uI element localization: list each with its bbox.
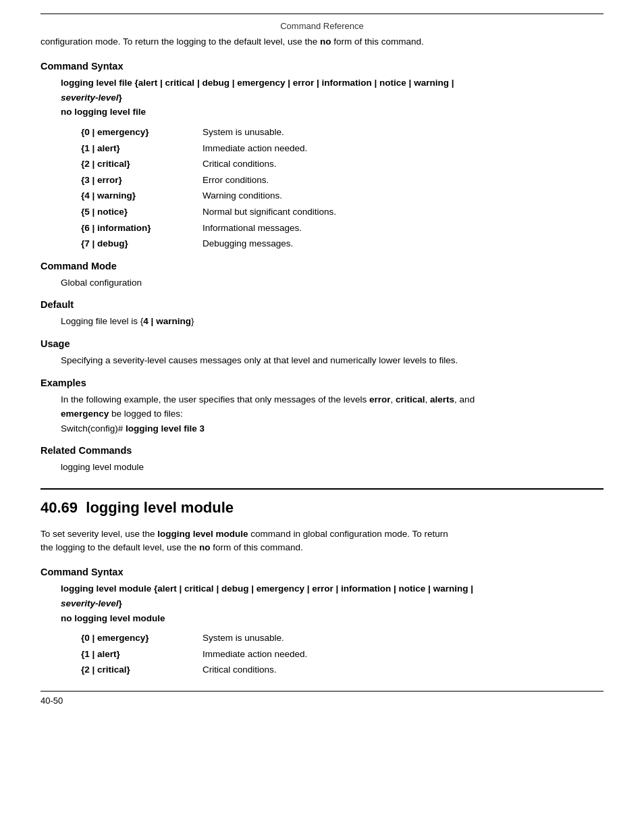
section-divider [41,488,603,490]
footer-rule [41,691,603,692]
examples-content-1: In the following example, the user speci… [61,392,603,436]
command-mode-section-1: Command Mode Global configuration [41,261,603,290]
related-commands-section-1: Related Commands logging level module [41,445,603,475]
chapter-heading-40-69: 40.69 logging level module [41,499,603,517]
usage-title-1: Usage [41,338,603,349]
page-header: Command Reference [41,21,603,31]
examples-section-1: Examples In the following example, the u… [41,377,603,436]
intro-text-after: form of this command. [331,36,424,47]
section-40-69-intro: To set severity level, use the logging l… [41,527,603,555]
default-title-1: Default [41,299,603,310]
intro-text-before: configuration mode. To return the loggin… [41,36,320,47]
command-syntax-section-2: Command Syntax logging level module {ale… [41,567,603,677]
param-row: {3 | error} Error conditions. [81,173,603,188]
param-row: {1 | alert} Immediate action needed. [81,141,603,156]
param-table-1: {0 | emergency} System is unusable. {1 |… [81,125,603,251]
examples-line-1: In the following example, the user speci… [61,392,603,407]
intro-paragraph: configuration mode. To return the loggin… [41,35,603,49]
examples-line-2: emergency be logged to files: [61,407,603,421]
code-line-no-2: no logging level module [61,611,603,626]
default-content-1: Logging file level is {4 | warning} [61,314,603,329]
command-syntax-section-1: Command Syntax logging level file {alert… [41,61,603,251]
code-prefix-1: logging level file {alert | critical | d… [61,78,454,88]
code-block-2: logging level module {alert | critical |… [61,581,603,625]
code-line-italic-1: severity-level} [61,90,603,105]
param-table-2: {0 | emergency} System is unusable. {1 |… [81,631,603,677]
examples-line-3: Switch(config)# logging level file 3 [61,421,603,436]
intro-bold: no [320,36,331,47]
param-row: {2 | critical} Critical conditions. [81,157,603,172]
code-line-italic-2: severity-level} [61,596,603,611]
default-section-1: Default Logging file level is {4 | warni… [41,299,603,329]
code-line-2: logging level module {alert | critical |… [61,581,603,596]
code-block-1: logging level file {alert | critical | d… [61,76,603,120]
usage-content-1: Specifying a severity-level causes messa… [61,353,603,368]
code-prefix-2: logging level module {alert | critical |… [61,583,473,594]
param-row: {6 | information} Informational messages… [81,221,603,236]
command-mode-title-1: Command Mode [41,261,603,271]
param-row: {4 | warning} Warning conditions. [81,188,603,203]
param-row: {2 | critical} Critical conditions. [81,662,603,677]
related-commands-content-1: logging level module [61,460,603,475]
header-title: Command Reference [280,21,364,31]
usage-section-1: Usage Specifying a severity-level causes… [41,338,603,368]
header-rule [41,14,603,14]
examples-title-1: Examples [41,377,603,388]
param-row: {7 | debug} Debugging messages. [81,236,603,251]
code-line-1: logging level file {alert | critical | d… [61,76,603,90]
code-line-no-1: no logging level file [61,105,603,120]
param-row: {5 | notice} Normal but significant cond… [81,205,603,219]
param-row: {0 | emergency} System is unusable. [81,631,603,646]
param-row: {1 | alert} Immediate action needed. [81,647,603,662]
command-mode-content-1: Global configuration [61,276,603,290]
param-row: {0 | emergency} System is unusable. [81,125,603,140]
page-number: 40-50 [41,696,603,706]
related-commands-title-1: Related Commands [41,445,603,456]
command-syntax-title-1: Command Syntax [41,61,603,72]
command-syntax-title-2: Command Syntax [41,567,603,577]
